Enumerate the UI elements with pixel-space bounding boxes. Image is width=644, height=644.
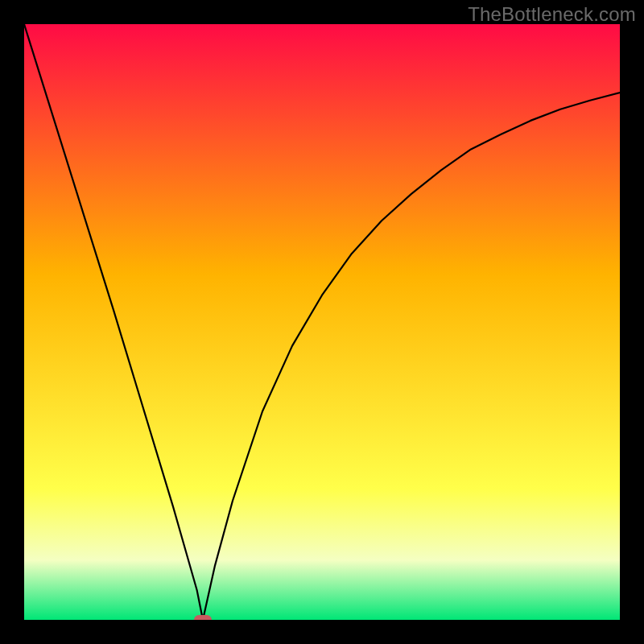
plot-svg [24, 24, 620, 620]
chart-frame: TheBottleneck.com [0, 0, 644, 644]
watermark-text: TheBottleneck.com [468, 3, 636, 26]
plot-area [24, 24, 620, 620]
gradient-background [24, 24, 620, 620]
minimum-marker [194, 615, 212, 620]
